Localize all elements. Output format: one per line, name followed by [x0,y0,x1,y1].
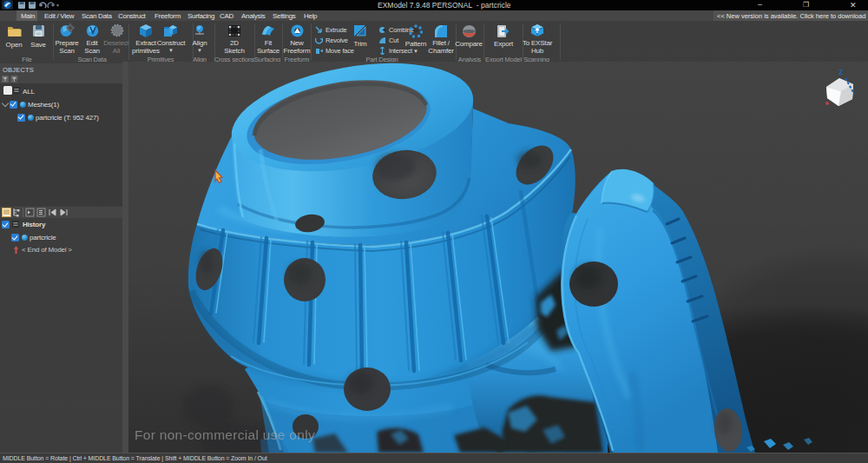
svg-text:z: z [838,67,843,76]
